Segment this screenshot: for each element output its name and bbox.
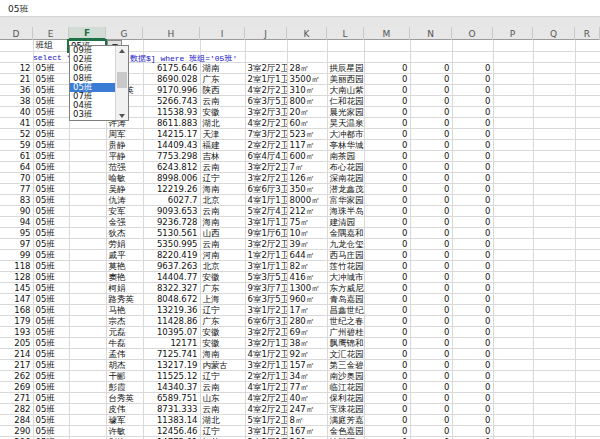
cell[interactable]: 0: [410, 249, 452, 260]
cell[interactable]: [575, 227, 600, 238]
cell[interactable]: 12456.46: [143, 425, 200, 436]
cell[interactable]: 284: [0, 414, 33, 425]
cell[interactable]: [575, 95, 600, 106]
cell[interactable]: [69, 249, 106, 260]
cell[interactable]: 157㎡: [287, 359, 327, 370]
cell[interactable]: 0: [410, 73, 452, 84]
cell[interactable]: 安徽: [200, 337, 245, 348]
cell[interactable]: [69, 183, 106, 194]
cell[interactable]: [493, 293, 533, 304]
cell[interactable]: 128: [0, 271, 33, 282]
cell[interactable]: 7㎡: [287, 161, 327, 172]
cell[interactable]: [575, 205, 600, 216]
cell[interactable]: 05班: [33, 205, 69, 216]
cell[interactable]: 82㎡: [287, 260, 327, 271]
cell[interactable]: 8731.333: [143, 403, 200, 414]
cell[interactable]: 05班: [33, 62, 69, 73]
cell[interactable]: [493, 315, 533, 326]
cell[interactable]: 7753.298: [143, 150, 200, 161]
cell[interactable]: [575, 84, 600, 95]
cell[interactable]: 5室2厅4卫: [245, 205, 287, 216]
cell[interactable]: 0: [452, 304, 493, 315]
cell[interactable]: 仁和花园: [327, 95, 364, 106]
cell[interactable]: 97: [0, 238, 33, 249]
cell[interactable]: 0: [364, 282, 410, 293]
cell[interactable]: 75㎡: [287, 216, 327, 227]
cell[interactable]: 0: [452, 370, 493, 381]
cell[interactable]: [493, 128, 533, 139]
cell[interactable]: [533, 381, 575, 392]
cell[interactable]: 辽宁: [200, 425, 245, 436]
cell[interactable]: 山东: [200, 392, 245, 403]
cell[interactable]: 富华家园: [327, 194, 364, 205]
cell[interactable]: 0: [410, 216, 452, 227]
cell[interactable]: 莫艳: [106, 260, 143, 271]
cell[interactable]: 39㎡: [287, 238, 327, 249]
cell[interactable]: 05班: [33, 337, 69, 348]
cell[interactable]: [575, 425, 600, 436]
cell[interactable]: 0: [364, 403, 410, 414]
cell[interactable]: 205: [0, 337, 33, 348]
cell[interactable]: [533, 304, 575, 315]
cell[interactable]: 05班: [33, 326, 69, 337]
cell[interactable]: 6室3厅5卫: [245, 293, 287, 304]
cell[interactable]: 南沙奥园: [327, 370, 364, 381]
cell[interactable]: [575, 139, 600, 150]
cell[interactable]: 海珠半岛花园: [327, 205, 364, 216]
cell[interactable]: 孟伟: [106, 348, 143, 359]
cell[interactable]: 217: [0, 359, 33, 370]
cell[interactable]: 7125.741: [143, 348, 200, 359]
cell[interactable]: 0: [410, 282, 452, 293]
cell[interactable]: 0: [410, 183, 452, 194]
cell[interactable]: 05班: [33, 359, 69, 370]
cell[interactable]: 05班: [33, 403, 69, 414]
cell[interactable]: [575, 194, 600, 205]
cell[interactable]: 西马庄园: [327, 249, 364, 260]
cell[interactable]: 92㎡: [287, 348, 327, 359]
cell[interactable]: 建清园: [327, 216, 364, 227]
column-header-J[interactable]: J: [245, 27, 287, 40]
cell[interactable]: [493, 227, 533, 238]
cell[interactable]: 0: [364, 183, 410, 194]
cell[interactable]: [533, 293, 575, 304]
cell[interactable]: 290: [0, 425, 33, 436]
cell[interactable]: 8322.327: [143, 282, 200, 293]
cell[interactable]: 14340.37: [143, 381, 200, 392]
cell[interactable]: 1室2厅1卫: [245, 249, 287, 260]
cell[interactable]: 0: [452, 315, 493, 326]
cell[interactable]: [364, 51, 410, 62]
cell[interactable]: 0: [452, 271, 493, 282]
cell[interactable]: [69, 150, 106, 161]
cell[interactable]: [575, 392, 600, 403]
cell[interactable]: 世纪之春花园: [327, 315, 364, 326]
cell[interactable]: [493, 425, 533, 436]
dropdown-item-09班[interactable]: 09班: [70, 46, 115, 55]
cell[interactable]: 0: [410, 62, 452, 73]
column-header-K[interactable]: K: [287, 27, 327, 40]
cell[interactable]: 0: [364, 414, 410, 425]
cell[interactable]: 1300㎡: [287, 282, 327, 293]
cell[interactable]: 0: [364, 216, 410, 227]
cell[interactable]: [575, 271, 600, 282]
cell[interactable]: [533, 84, 575, 95]
cell[interactable]: 湖南: [200, 62, 245, 73]
cell[interactable]: 0: [410, 172, 452, 183]
cell[interactable]: 168: [0, 304, 33, 315]
cell[interactable]: [69, 315, 106, 326]
column-header-L[interactable]: L: [327, 27, 364, 40]
cell[interactable]: 41: [0, 117, 33, 128]
cell[interactable]: 劳娟: [106, 238, 143, 249]
cell[interactable]: 05班: [33, 84, 69, 95]
cell[interactable]: [69, 425, 106, 436]
cell[interactable]: 辽宁: [200, 172, 245, 183]
cell[interactable]: 14404.77: [143, 271, 200, 282]
cell[interactable]: 0: [452, 106, 493, 117]
cell[interactable]: 0: [364, 128, 410, 139]
cell[interactable]: 喻敏: [106, 172, 143, 183]
cell[interactable]: [364, 40, 410, 51]
cell[interactable]: 0: [452, 95, 493, 106]
cell[interactable]: [493, 51, 533, 62]
cell[interactable]: 保利花园: [327, 392, 364, 403]
cell[interactable]: [533, 282, 575, 293]
cell[interactable]: 0: [452, 414, 493, 425]
